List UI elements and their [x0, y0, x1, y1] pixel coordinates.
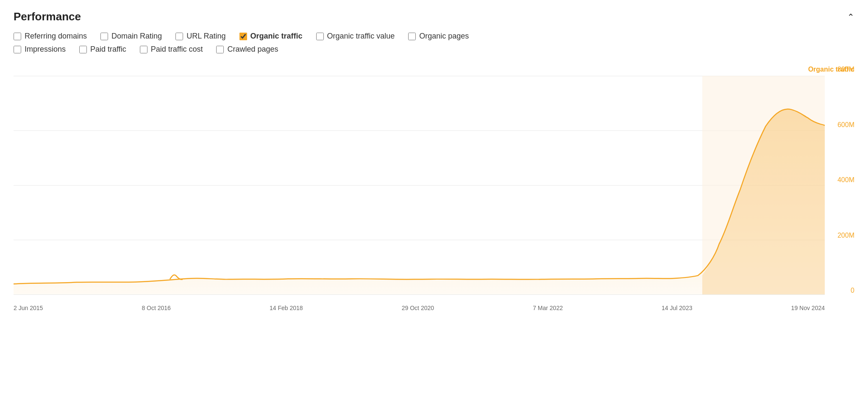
filter-crawled-pages[interactable]: Crawled pages [216, 45, 278, 54]
filter-url-rating[interactable]: URL Rating [175, 32, 225, 41]
y-tick-200: 200M [837, 232, 854, 239]
filter-label-organic-traffic-value: Organic traffic value [327, 32, 395, 41]
chart-svg [14, 76, 825, 294]
filter-domain-rating[interactable]: Domain Rating [100, 32, 162, 41]
chart-area: Organic traffic [14, 66, 854, 311]
filter-label-crawled-pages: Crawled pages [227, 45, 278, 54]
filter-paid-traffic[interactable]: Paid traffic [79, 45, 126, 54]
filter-label-impressions: Impressions [25, 45, 66, 54]
x-tick-0: 2 Jun 2015 [14, 305, 43, 311]
filter-group: Referring domainsDomain RatingURL Rating… [14, 32, 854, 54]
chart-inner [14, 76, 825, 294]
filter-label-domain-rating: Domain Rating [111, 32, 162, 41]
filter-label-organic-traffic: Organic traffic [250, 32, 303, 41]
checkbox-organic-pages[interactable] [408, 33, 416, 40]
filter-paid-traffic-cost[interactable]: Paid traffic cost [140, 45, 203, 54]
filter-label-url-rating: URL Rating [186, 32, 225, 41]
filter-referring-domains[interactable]: Referring domains [14, 32, 87, 41]
page-title: Performance [14, 10, 81, 23]
x-tick-3: 29 Oct 2020 [402, 305, 434, 311]
filter-organic-traffic[interactable]: Organic traffic [239, 32, 303, 41]
y-tick-0: 0 [851, 287, 854, 294]
x-tick-5: 14 Jul 2023 [662, 305, 692, 311]
y-axis: 800M 600M 400M 200M 0 [829, 66, 854, 294]
x-tick-6: 19 Nov 2024 [791, 305, 825, 311]
checkbox-paid-traffic-cost[interactable] [140, 46, 147, 53]
x-tick-4: 7 Mar 2022 [533, 305, 563, 311]
x-tick-1: 8 Oct 2016 [142, 305, 171, 311]
filter-label-referring-domains: Referring domains [25, 32, 87, 41]
y-tick-400: 400M [837, 176, 854, 184]
x-axis: 2 Jun 2015 8 Oct 2016 14 Feb 2018 29 Oct… [14, 294, 825, 311]
filter-organic-traffic-value[interactable]: Organic traffic value [316, 32, 395, 41]
filter-label-organic-pages: Organic pages [419, 32, 469, 41]
filter-organic-pages[interactable]: Organic pages [408, 32, 469, 41]
checkbox-organic-traffic-value[interactable] [316, 33, 324, 40]
filter-impressions[interactable]: Impressions [14, 45, 66, 54]
filter-label-paid-traffic: Paid traffic [90, 45, 126, 54]
collapse-icon[interactable]: ⌃ [847, 12, 854, 22]
checkbox-referring-domains[interactable] [14, 33, 21, 40]
y-tick-800: 800M [837, 66, 854, 73]
checkbox-crawled-pages[interactable] [216, 46, 224, 53]
y-tick-600: 600M [837, 121, 854, 129]
checkbox-url-rating[interactable] [175, 33, 183, 40]
checkbox-impressions[interactable] [14, 46, 21, 53]
checkbox-domain-rating[interactable] [100, 33, 108, 40]
x-tick-2: 14 Feb 2018 [270, 305, 303, 311]
checkbox-organic-traffic[interactable] [239, 33, 247, 40]
checkbox-paid-traffic[interactable] [79, 46, 87, 53]
filter-label-paid-traffic-cost: Paid traffic cost [151, 45, 203, 54]
